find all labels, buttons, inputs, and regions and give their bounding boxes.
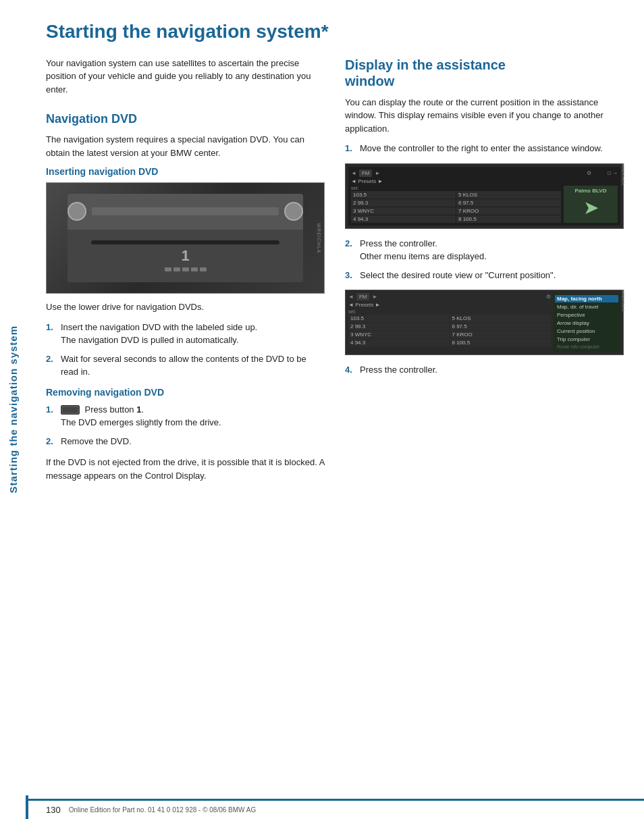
display-step-3: 3. Select the desired route view or "Cur… [345, 269, 624, 282]
display-steps-list-1: 1. Move the controller to the right to e… [345, 142, 624, 155]
nav-screen-2-wrapper: ◄ FM ► ⚙ ◄ Presets ► set: 103 [345, 290, 624, 355]
small-btn-5 [200, 267, 207, 271]
nav-dvd-heading: Navigation DVD [46, 112, 325, 126]
small-btn-3 [182, 267, 189, 271]
station-1035: 103.5 [351, 191, 456, 199]
page-number: 130 [46, 805, 61, 815]
palm-blvd-area: Palms BLVD ➤ [564, 186, 618, 223]
station-4943: 4 94.3 [351, 215, 456, 223]
intro-text: Your navigation system can use satellite… [46, 57, 325, 97]
insert-steps-list: 1. Insert the navigation DVD with the la… [46, 321, 325, 379]
use-lower-drive-text: Use the lower drive for navigation DVDs. [46, 300, 325, 314]
remove-step-1: 1. Press button 1.The DVD emerges slight… [46, 403, 325, 429]
nav-station-area: set: 103.5 5 KLOS 2 99.3 6 97.5 3 WNYC 7… [351, 186, 618, 223]
page-footer: 130 Online Edition for Part no. 01 41 0 … [26, 799, 644, 819]
nav-screen-2: ◄ FM ► ⚙ ◄ Presets ► set: 103 [345, 290, 624, 355]
removing-heading: Removing navigation DVD [46, 387, 325, 398]
menu-item-map-dir: Map, dir. of travel [555, 303, 618, 311]
right-column: Display in the assistance window You can… [345, 57, 624, 490]
nav-row-presets: ◄ Presets ► [351, 178, 618, 184]
nav-station-grid: 103.5 5 KLOS 2 99.3 6 97.5 3 WNYC 7 KROO… [351, 191, 561, 223]
sidebar-label: Starting the navigation system [0, 0, 26, 819]
station-2993: 2 99.3 [351, 199, 456, 207]
nav-row-top-2: ◄ FM ► ⚙ [348, 293, 551, 300]
left-column: Your navigation system can use satellite… [46, 57, 325, 490]
nav-arrow-right: ➤ [566, 196, 616, 219]
dashboard-screenshot: 1 WREICHLA [46, 182, 325, 294]
page-title: Starting the navigation system* [46, 20, 624, 43]
nav-station-grid-2: 103.5 5 KLOS 2 99.3 6 97.5 3 WNYC 7 KROO… [348, 315, 551, 346]
menu-item-map-north: Map, facing north [555, 295, 618, 302]
display-steps-list-4: 4. Press the controller. [345, 363, 624, 377]
display-intro-text: You can display the route or the current… [345, 96, 624, 136]
nav-menu-list: Map, facing north Map, dir. of travel Pe… [553, 293, 620, 352]
dvd-blocked-text: If the DVD is not ejected from the drive… [46, 456, 325, 482]
display-steps-list-23: 2. Press the controller.Other menu items… [345, 237, 624, 282]
display-step-4: 4. Press the controller. [345, 363, 624, 377]
nav-screen-1-wrapper: ◄ FM ► ⚙ □ → ◄ Presets ► set: [345, 163, 624, 229]
nav-row-presets-2: ◄ Presets ► [348, 302, 551, 308]
footer-text: Online Edition for Part no. 01 41 0 012 … [69, 806, 257, 814]
palm-blvd-label: Palms BLVD [566, 188, 616, 194]
watermark-nav1: WREICHLA [621, 163, 625, 229]
inserting-heading: Inserting navigation DVD [46, 166, 325, 177]
dashboard-slot [92, 207, 279, 215]
menu-item-arrow: Arrow display [555, 319, 618, 327]
nav-screen-2-inner: ◄ FM ► ⚙ ◄ Presets ► set: 103 [348, 293, 620, 352]
station-7kroo: 7 KROO [456, 207, 561, 215]
nav-screen-1: ◄ FM ► ⚙ □ → ◄ Presets ► set: [345, 163, 624, 229]
station-6975: 6 97.5 [456, 199, 561, 207]
dvd-number-label: 1 [181, 247, 189, 265]
nav-dvd-body: The navigation system requires a special… [46, 133, 325, 159]
nav-station-grid-area: set: 103.5 5 KLOS 2 99.3 6 97.5 3 WNYC 7… [351, 186, 561, 223]
remove-steps-list: 1. Press button 1.The DVD emerges slight… [46, 403, 325, 448]
watermark-nav2: WREICHLA [621, 290, 625, 355]
remove-step-2: 2. Remove the DVD. [46, 435, 325, 448]
dashboard-circle-left [68, 202, 86, 221]
button-1-image [61, 405, 80, 415]
menu-item-route-info: Route info computer [555, 344, 618, 350]
menu-item-perspective: Perspective [555, 311, 618, 319]
dvd-slot [91, 240, 279, 244]
station-5klos: 5 KLOS [456, 191, 561, 199]
display-step-1: 1. Move the controller to the right to e… [345, 142, 624, 155]
insert-step-1: 1. Insert the navigation DVD with the la… [46, 321, 325, 347]
dashboard-circle-right [284, 202, 303, 221]
station-3wnyc: 3 WNYC [351, 207, 456, 215]
small-btn-1 [165, 267, 171, 271]
small-btn-4 [191, 267, 198, 271]
menu-item-trip: Trip computer [555, 336, 618, 343]
nav-screen-2-left: ◄ FM ► ⚙ ◄ Presets ► set: 103 [348, 293, 551, 352]
watermark-left: WREICHLA [317, 223, 321, 253]
small-btn-2 [173, 267, 180, 271]
display-step-2: 2. Press the controller.Other menu items… [345, 237, 624, 263]
insert-step-2: 2. Wait for several seconds to allow the… [46, 352, 325, 379]
nav-row-top: ◄ FM ► ⚙ □ → [351, 169, 618, 177]
display-heading: Display in the assistance window [345, 57, 624, 89]
station-81005: 8 100.5 [456, 215, 561, 223]
menu-item-current-pos: Current position [555, 327, 618, 335]
